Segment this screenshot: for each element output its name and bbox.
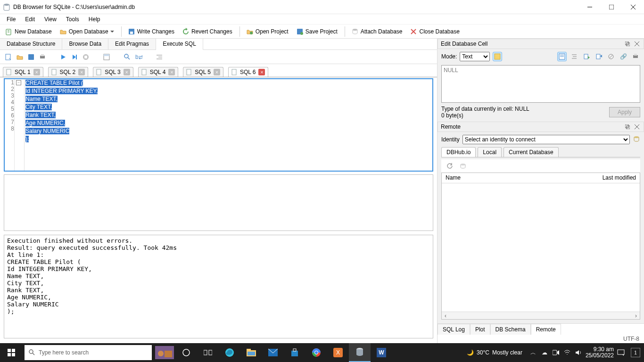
sql-tab-1[interactable]: SQL 1× xyxy=(3,67,43,77)
identity-settings-icon[interactable] xyxy=(633,135,640,144)
col-modified[interactable]: Last modified xyxy=(599,173,640,183)
taskbar-image-thumb[interactable] xyxy=(154,343,175,362)
remote-tab-current[interactable]: Current Database xyxy=(504,147,559,157)
refresh-icon[interactable] xyxy=(445,161,454,171)
indent-view-icon[interactable] xyxy=(570,52,579,61)
tray-onedrive-icon[interactable]: ☁ xyxy=(540,348,549,357)
panel-close-icon[interactable] xyxy=(633,40,641,48)
fold-icon[interactable]: − xyxy=(16,80,21,85)
tab-edit-pragmas[interactable]: Edit Pragmas xyxy=(108,39,156,49)
menu-edit[interactable]: Edit xyxy=(20,15,40,24)
mode-select[interactable]: Text xyxy=(460,52,490,61)
revert-changes-button[interactable]: Revert Changes xyxy=(179,26,236,37)
tab-sql-log[interactable]: SQL Log xyxy=(438,324,470,335)
task-taskview-icon[interactable] xyxy=(197,343,219,362)
apply-button[interactable]: Apply xyxy=(609,107,640,117)
new-tab-icon[interactable] xyxy=(4,52,13,62)
tab-remote[interactable]: Remote xyxy=(531,324,561,335)
window-close-button[interactable] xyxy=(622,0,644,14)
task-mail-icon[interactable] xyxy=(262,343,284,362)
export-icon[interactable] xyxy=(594,52,603,61)
identity-select[interactable]: Select an identity to connect xyxy=(462,135,630,144)
close-tab-icon[interactable]: × xyxy=(258,69,265,75)
save-project-button[interactable]: Save Project xyxy=(293,26,341,37)
clone-icon[interactable] xyxy=(458,161,468,171)
indent-icon[interactable] xyxy=(155,52,164,62)
tray-wifi-icon[interactable] xyxy=(563,348,571,357)
tab-plot[interactable]: Plot xyxy=(470,324,490,335)
task-db-browser-icon[interactable] xyxy=(349,343,371,362)
save-result-icon[interactable] xyxy=(102,52,111,62)
sql-editor[interactable]: 12345678 − CREATE TABLE Pilot ( Id INTEG… xyxy=(4,78,433,172)
close-database-button[interactable]: Close Database xyxy=(406,26,462,37)
import-icon[interactable] xyxy=(582,52,591,61)
text-view-icon[interactable] xyxy=(557,52,567,61)
task-edge-icon[interactable] xyxy=(219,343,240,362)
link-icon[interactable]: 🔗 xyxy=(619,52,628,61)
open-database-button[interactable]: Open Database xyxy=(56,26,117,37)
cell-value-box[interactable]: NULL xyxy=(441,65,640,103)
panel-undock-icon[interactable] xyxy=(624,40,631,48)
execution-log[interactable]: Execution finished without errors. Resul… xyxy=(4,235,433,338)
window-maximize-button[interactable] xyxy=(601,0,622,14)
tab-execute-sql[interactable]: Execute SQL xyxy=(156,39,203,50)
notification-count[interactable]: 1 xyxy=(631,348,640,357)
save-sql-icon[interactable] xyxy=(26,52,36,62)
sql-tab-6[interactable]: SQL 6× xyxy=(228,67,269,77)
print-icon[interactable] xyxy=(38,52,47,62)
remote-tab-dbhub[interactable]: DBHub.io xyxy=(441,147,476,157)
window-minimize-button[interactable] xyxy=(579,0,601,14)
remote-tab-local[interactable]: Local xyxy=(478,147,502,157)
tab-db-schema[interactable]: DB Schema xyxy=(490,324,531,335)
svg-rect-26 xyxy=(104,54,109,56)
mode-auto-icon[interactable] xyxy=(493,52,502,61)
panel-undock-icon[interactable] xyxy=(624,123,631,131)
close-tab-icon[interactable]: × xyxy=(124,69,130,75)
tab-browse-data[interactable]: Browse Data xyxy=(62,39,108,49)
tray-volume-icon[interactable] xyxy=(574,348,583,357)
task-xampp-icon[interactable]: X xyxy=(327,343,349,362)
task-chrome-icon[interactable] xyxy=(305,343,327,362)
col-name[interactable]: Name xyxy=(442,173,599,183)
start-button[interactable] xyxy=(0,343,23,362)
find-replace-icon[interactable]: b⇄ xyxy=(134,52,143,62)
tray-meet-now-icon[interactable] xyxy=(552,348,560,357)
null-icon[interactable] xyxy=(606,52,616,61)
run-icon[interactable] xyxy=(58,52,68,62)
menu-file[interactable]: File xyxy=(2,15,20,24)
taskbar-search[interactable]: Type here to search xyxy=(25,345,152,360)
task-cortana-icon[interactable] xyxy=(175,343,197,362)
tray-clock[interactable]: 9:30 am 25/05/2022 xyxy=(586,346,614,359)
editor-content[interactable]: CREATE TABLE Pilot ( Id INTEGER PRIMARY … xyxy=(25,79,432,171)
attach-database-button[interactable]: Attach Database xyxy=(348,26,406,37)
print-cell-icon[interactable] xyxy=(631,52,640,61)
sql-tab-4[interactable]: SQL 4× xyxy=(138,67,179,77)
svg-point-10 xyxy=(250,32,253,34)
sql-tab-5[interactable]: SQL 5× xyxy=(183,67,223,77)
close-tab-icon[interactable]: × xyxy=(33,69,40,75)
weather-widget[interactable]: 🌙 30°C Mostly clear xyxy=(467,349,522,356)
new-database-button[interactable]: New Database xyxy=(2,26,55,37)
write-changes-button[interactable]: Write Changes xyxy=(124,26,178,37)
task-word-icon[interactable]: W xyxy=(371,343,392,362)
stop-icon[interactable] xyxy=(81,52,91,62)
menu-tools[interactable]: Tools xyxy=(61,15,84,24)
task-explorer-icon[interactable] xyxy=(240,343,262,362)
close-tab-icon[interactable]: × xyxy=(168,69,175,75)
open-project-button[interactable]: Open Project xyxy=(243,26,292,37)
tab-database-structure[interactable]: Database Structure xyxy=(0,39,62,49)
tray-notifications-icon[interactable] xyxy=(617,348,625,357)
menu-help[interactable]: Help xyxy=(84,15,105,24)
sql-tab-2[interactable]: SQL 2× xyxy=(48,67,89,77)
sql-tab-3[interactable]: SQL 3× xyxy=(93,67,133,77)
close-tab-icon[interactable]: × xyxy=(78,69,85,75)
panel-close-icon[interactable] xyxy=(633,123,641,131)
menu-view[interactable]: View xyxy=(40,15,61,24)
run-line-icon[interactable] xyxy=(70,52,79,62)
remote-h-scrollbar[interactable]: ‹› xyxy=(442,312,640,319)
open-sql-icon[interactable] xyxy=(15,52,25,62)
tray-chevron-up-icon[interactable]: ︿ xyxy=(529,348,537,357)
task-store-icon[interactable] xyxy=(284,343,305,362)
close-tab-icon[interactable]: × xyxy=(214,69,220,75)
find-icon[interactable] xyxy=(123,52,132,62)
